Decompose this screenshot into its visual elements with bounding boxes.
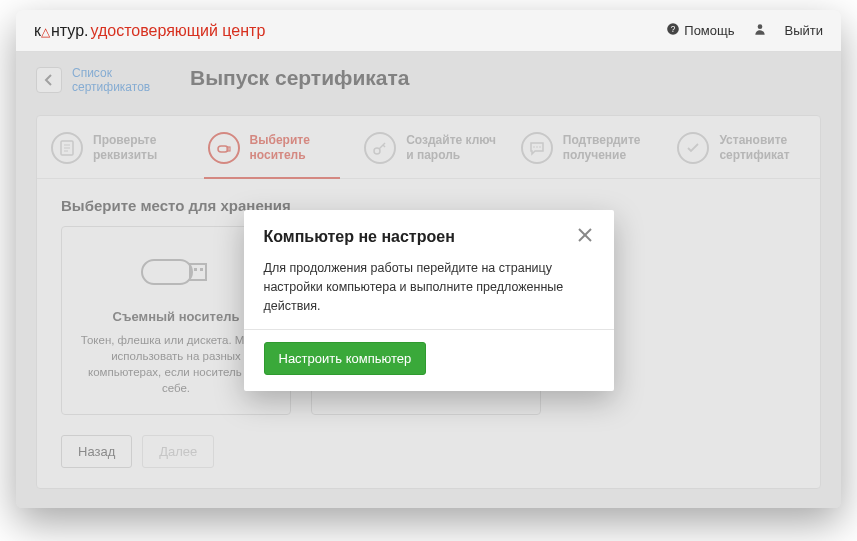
modal-header: Компьютер не настроен [244,210,614,255]
configure-button[interactable]: Настроить компьютер [264,342,427,375]
app-window: к△нтур. удостоверяющий центр ? Помощь Вы… [16,10,841,508]
modal: Компьютер не настроен Для продолжения ра… [244,210,614,391]
help-link[interactable]: ? Помощь [666,22,734,39]
help-icon: ? [666,22,680,39]
brand-kontur: к△нтур. [34,22,89,40]
topbar-right: ? Помощь Выйти [666,22,823,39]
brand: к△нтур. удостоверяющий центр [34,22,265,40]
svg-point-2 [757,24,762,29]
user-icon[interactable] [753,22,767,39]
modal-footer: Настроить компьютер [244,329,614,391]
modal-title: Компьютер не настроен [264,228,455,246]
brand-sub: удостоверяющий центр [91,22,266,40]
modal-overlay: Компьютер не настроен Для продолжения ра… [16,52,841,508]
svg-text:?: ? [671,25,676,34]
modal-body: Для продолжения работы перейдите на стра… [244,255,614,329]
help-label: Помощь [684,23,734,38]
logout-link[interactable]: Выйти [785,23,824,38]
close-icon[interactable] [576,226,594,247]
topbar: к△нтур. удостоверяющий центр ? Помощь Вы… [16,10,841,52]
